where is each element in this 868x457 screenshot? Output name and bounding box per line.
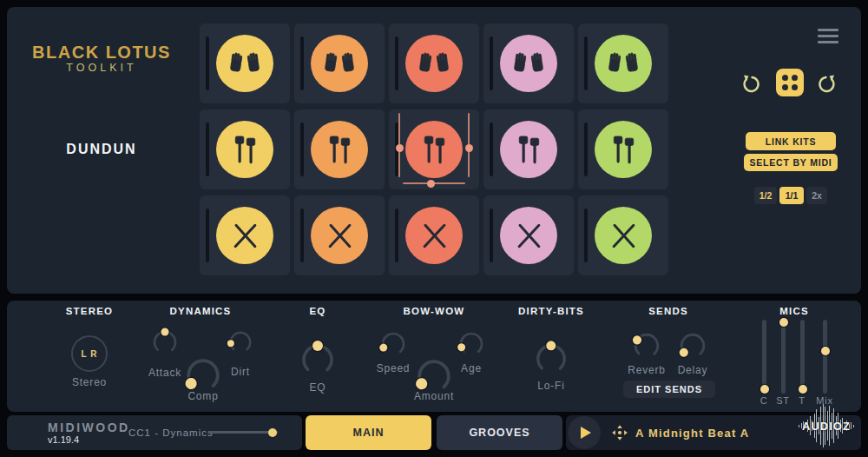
footer-bar: MIDIWOOD v1.19.4 CC1 - Dynamics MAIN GRO… [7,415,861,450]
plugin-title: BLACK LOTUS [32,43,171,63]
section-header-eq: EQ [309,306,326,316]
pad-row2-col5[interactable] [578,109,668,189]
age-knob[interactable] [458,331,484,357]
lofi-knob[interactable] [535,342,568,375]
stereo-mode-toggle[interactable]: L R [71,335,108,372]
pad-adjust-handle[interactable] [465,144,473,152]
mallets-icon [500,121,557,178]
plugin-window: BLACK LOTUS TOOLKIT DUNDUN [0,0,868,457]
hands-icon [500,35,557,92]
pad-level-indicator [300,123,304,176]
mic-label-c: C [760,395,768,406]
rate-button-double[interactable]: 2x [806,187,827,204]
tab-main[interactable]: MAIN [306,415,431,450]
amount-label: Amount [414,390,454,402]
knob-position-dot [546,341,556,350]
hands-icon [405,35,463,92]
pad-grid [200,23,668,275]
tab-grooves[interactable]: GROOVES [437,415,562,450]
reverb-knob[interactable] [633,332,661,360]
knob-position-dot [227,339,234,347]
reverb-label: Reverb [628,364,665,376]
pad-level-indicator [584,123,588,176]
pad-level-indicator [395,209,398,262]
section-header-stereo: STEREO [66,306,114,316]
pad-row1-col3[interactable] [389,23,479,103]
mic-slider-c[interactable] [762,320,766,394]
pad-row1-col1[interactable] [200,23,290,103]
version-label: v1.19.4 [48,434,79,445]
pad-row3-col4[interactable] [483,195,574,275]
main-panel: BLACK LOTUS TOOLKIT DUNDUN [7,7,861,294]
cc-slider-dot[interactable] [268,428,277,437]
brand-logo: MIDIWOOD [48,421,130,434]
mic-slider-t[interactable] [800,320,805,394]
mallets-icon [595,121,652,178]
pad-row2-col1[interactable] [200,109,290,189]
pad-row3-col3[interactable] [389,195,479,275]
rate-button-half[interactable]: 1/2 [754,187,777,204]
pad-adjust-handle[interactable] [396,144,404,152]
pad-row1-col4[interactable] [483,23,574,103]
age-label: Age [461,362,482,374]
pad-row1-col2[interactable] [294,23,385,103]
preset-name[interactable]: A Midnight Beat A [635,415,749,450]
cc-assignment-label: CC1 - Dynamics [128,427,214,438]
pad-row2-col4[interactable] [483,109,574,189]
footer-info-panel: MIDIWOOD v1.19.4 CC1 - Dynamics [7,415,302,450]
hamburger-menu-icon[interactable] [818,29,838,47]
mixer-panel: STEREO DYNAMICS EQ BOW-WOW DIRTY-BITS SE… [7,301,861,412]
mallets-icon [311,121,368,178]
eq-knob[interactable] [300,342,335,377]
pad-adjust-handle[interactable] [427,180,435,188]
pad-level-indicator [206,36,209,90]
plugin-subtitle: TOOLKIT [66,62,136,74]
dice-random-icon[interactable] [776,69,804,96]
speed-label: Speed [377,362,411,374]
select-by-midi-button[interactable]: SELECT BY MIDI [744,154,838,171]
kit-name-label: DUNDUN [66,142,136,157]
cross-sticks-icon [405,207,463,264]
hands-icon [216,35,273,92]
pad-row3-col1[interactable] [200,195,290,275]
dirt-knob[interactable] [228,330,253,354]
eq-label: EQ [310,381,326,394]
cc-slider[interactable] [208,431,278,434]
cross-sticks-icon [500,207,557,264]
mic-slider-st[interactable] [781,320,786,394]
pad-level-indicator [490,36,493,90]
undo-icon[interactable] [741,74,762,95]
pad-level-indicator [300,209,304,262]
hands-icon [311,35,368,92]
play-button[interactable] [568,416,601,449]
link-kits-button[interactable]: LINK KITS [746,132,836,150]
watermark: AUDIOZ [788,401,865,450]
rate-button-normal[interactable]: 1/1 [779,187,804,204]
pad-row2-col2[interactable] [294,109,385,189]
mallets-icon [405,121,463,178]
hands-icon [595,35,652,92]
comp-knob[interactable] [185,357,221,394]
mic-slider-mix[interactable] [823,320,827,394]
mallets-icon [216,121,273,178]
preset-nav-dpad-icon[interactable] [611,424,628,445]
stereo-mode-value: L R [82,349,98,359]
pad-row3-col5[interactable] [578,195,668,275]
pad-level-indicator [490,123,493,176]
pad-row1-col5[interactable] [578,23,668,103]
pad-level-indicator [300,36,304,90]
section-header-dirty-bits: DIRTY-BITS [518,306,584,316]
redo-icon[interactable] [816,74,837,95]
delay-knob[interactable] [679,332,707,360]
pad-row3-col2[interactable] [294,195,385,275]
pad-row2-col3[interactable] [389,109,479,189]
delay-label: Delay [678,364,708,376]
lofi-label: Lo-Fi [537,380,564,392]
speed-knob[interactable] [380,331,406,357]
amount-knob[interactable] [416,358,452,394]
pad-level-indicator [395,36,398,90]
attack-knob[interactable] [152,329,178,355]
play-icon [581,427,591,439]
edit-sends-button[interactable]: EDIT SENDS [623,381,715,398]
pad-level-indicator [584,209,588,262]
